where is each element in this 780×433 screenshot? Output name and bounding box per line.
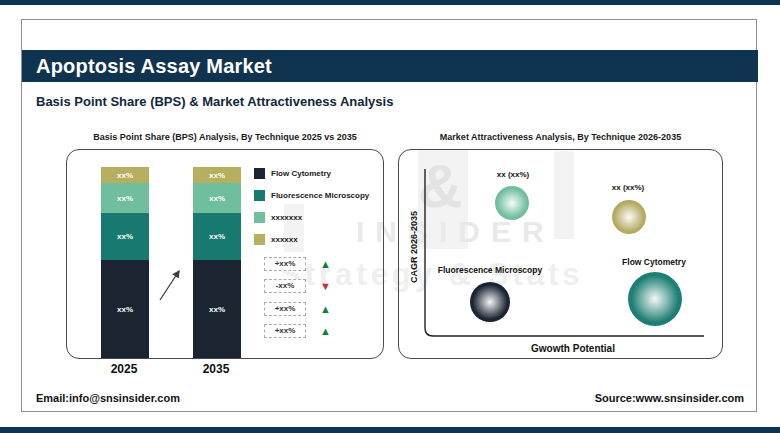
legend-label: Fluorescence Microscopy [271, 191, 369, 200]
infographic-card: & INSIDER Strategy & Stats Apoptosis Ass… [21, 19, 757, 412]
legend: Flow Cytometry Fluorescence Microscopy x… [254, 168, 369, 256]
bar-segment: xx% [101, 260, 149, 358]
bubble-point [612, 200, 646, 234]
bubble-label: Fluorescence Microscopy [420, 265, 560, 275]
change-row: -xx% ▼ [264, 279, 331, 293]
change-value-box: +xx% [264, 302, 306, 316]
bubble-label: xx (xx%) [463, 170, 563, 179]
legend-label: xxxxxx [271, 235, 298, 244]
bar-segment: xx% [101, 183, 149, 213]
segment-value: xx% [117, 194, 133, 203]
legend-swatch-icon [254, 234, 265, 245]
change-value-box: -xx% [264, 279, 306, 293]
bottom-accent-strip [0, 427, 780, 433]
bubble-point [470, 282, 510, 322]
legend-label: xxxxxxx [271, 213, 302, 222]
page-title: Apoptosis Assay Market [22, 55, 272, 78]
bps-chart-panel: xx% xx% xx% xx% xx% xx% xx% xx% Flow Cyt… [66, 149, 384, 359]
title-bar: Apoptosis Assay Market [22, 50, 758, 82]
change-row: +xx% ▲ [264, 257, 331, 271]
x-tick-2025: 2025 [94, 362, 154, 376]
x-axis-label: Gwowth Potential [493, 343, 653, 354]
contact-email: Email:info@snsinsider.com [36, 392, 180, 404]
top-accent-strip [0, 0, 780, 5]
growth-arrow-icon [155, 262, 187, 306]
x-tick-2035: 2035 [186, 362, 246, 376]
bar-segment: xx% [193, 213, 241, 260]
bar-segment: xx% [101, 213, 149, 260]
change-row: +xx% ▲ [264, 324, 331, 338]
bubble-point [495, 186, 529, 220]
bar-segment: xx% [193, 167, 241, 183]
legend-item: Fluorescence Microscopy [254, 190, 369, 201]
legend-item: xxxxxxx [254, 212, 369, 223]
bubble-label: Flow Cytometry [604, 257, 704, 267]
legend-item: xxxxxx [254, 234, 369, 245]
segment-value: xx% [209, 171, 225, 180]
bubble-point [628, 272, 682, 326]
segment-value: xx% [117, 232, 133, 241]
triangle-down-icon: ▼ [320, 279, 331, 293]
segment-value: xx% [209, 305, 225, 314]
segment-value: xx% [117, 171, 133, 180]
bar-segment: xx% [193, 260, 241, 358]
triangle-up-icon: ▲ [320, 302, 331, 316]
legend-swatch-icon [254, 190, 265, 201]
triangle-up-icon: ▲ [320, 324, 331, 338]
change-value-box: +xx% [264, 257, 306, 271]
segment-value: xx% [209, 194, 225, 203]
bps-chart-title: Basis Point Share (BPS) Analysis, By Tec… [66, 132, 384, 142]
change-value-box: +xx% [264, 324, 306, 338]
stacked-bar-2025: xx% xx% xx% xx% [101, 167, 149, 358]
segment-value: xx% [209, 232, 225, 241]
stacked-bar-2035: xx% xx% xx% xx% [193, 167, 241, 358]
y-axis-label: CAGR 2026-2035 [409, 162, 421, 332]
bar-segment: xx% [101, 167, 149, 183]
legend-label: Flow Cytometry [271, 169, 331, 178]
attractiveness-chart-panel: CAGR 2026-2035 Gwowth Potential xx (xx%)… [398, 149, 723, 359]
bar-segment: xx% [193, 183, 241, 213]
axes [399, 150, 723, 359]
triangle-up-icon: ▲ [320, 257, 331, 271]
segment-value: xx% [117, 305, 133, 314]
legend-swatch-icon [254, 168, 265, 179]
change-row: +xx% ▲ [264, 302, 331, 316]
source-website: Source:www.snsinsider.com [595, 392, 744, 404]
page-subtitle: Basis Point Share (BPS) & Market Attract… [36, 94, 393, 109]
legend-item: Flow Cytometry [254, 168, 369, 179]
legend-swatch-icon [254, 212, 265, 223]
bubble-label: xx (xx%) [578, 183, 678, 192]
attractiveness-chart-title: Market Attractiveness Analysis, By Techn… [398, 132, 723, 142]
